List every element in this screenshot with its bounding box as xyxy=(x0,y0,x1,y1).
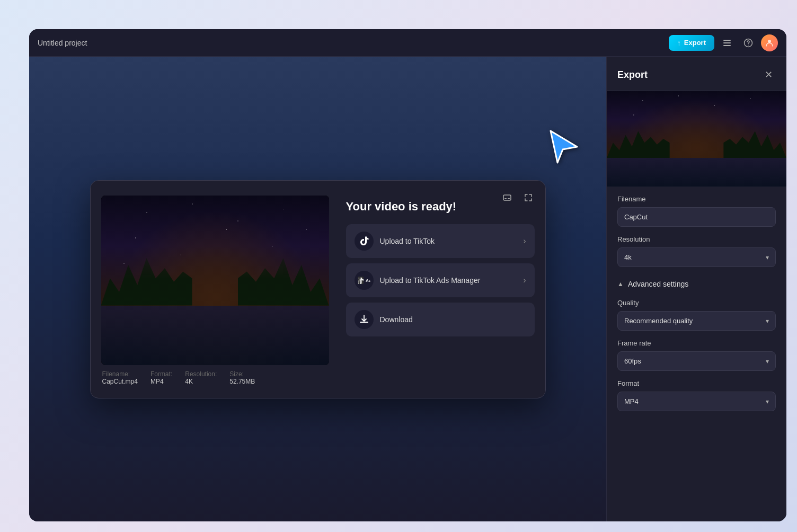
app-window: Untitled project ↑ Export xyxy=(29,29,786,521)
resolution-label: Resolution: xyxy=(185,370,217,378)
filename-input[interactable]: CapCut xyxy=(617,207,776,227)
svg-point-5 xyxy=(768,40,771,43)
framerate-field-group: Frame rate 60fps ▾ xyxy=(617,339,776,371)
format-select-value: MP4 xyxy=(624,397,639,405)
avatar-icon xyxy=(765,38,774,48)
upload-tiktok-label: Upload to TikTok xyxy=(380,237,517,245)
upload-tiktok-ads-label: Upload to TikTok Ads Manager xyxy=(380,276,517,285)
filename-info: Filename: CapCut.mp4 xyxy=(102,370,138,385)
upload-tiktok-arrow-icon: › xyxy=(523,236,526,246)
upload-tiktok-ads-button[interactable]: Ads Upload to TikTok Ads Manager › xyxy=(346,263,535,297)
framerate-select[interactable]: 60fps ▾ xyxy=(617,351,776,371)
framerate-select-arrow-icon: ▾ xyxy=(766,358,769,365)
editor-area: 00:00 | 00:05 4k xyxy=(29,57,606,521)
export-preview-thumbnail xyxy=(607,91,786,187)
format-field-group: Format MP4 ▾ xyxy=(617,379,776,411)
video-info: Filename: CapCut.mp4 Format: MP4 Resolut… xyxy=(101,365,329,387)
top-bar: Untitled project ↑ Export xyxy=(29,29,786,57)
export-upload-icon: ↑ xyxy=(677,39,681,47)
svg-rect-1 xyxy=(723,42,731,43)
tiktok-icon xyxy=(358,235,370,247)
format-info: Format: MP4 xyxy=(150,370,172,385)
download-button[interactable]: Download xyxy=(346,303,535,336)
quality-field-label: Quality xyxy=(617,299,776,307)
export-button[interactable]: ↑ Export xyxy=(669,35,714,51)
quality-select-value: Recommended quality xyxy=(624,317,693,325)
download-label: Download xyxy=(380,315,526,324)
upload-tiktok-button[interactable]: Upload to TikTok › xyxy=(346,224,535,258)
resolution-field-label: Resolution xyxy=(617,235,776,243)
video-player-section: 00:00 | 00:05 4k xyxy=(101,196,329,387)
fullscreen-icon-button[interactable] xyxy=(520,189,537,206)
svg-point-4 xyxy=(748,45,749,46)
fullscreen-icon xyxy=(524,193,533,202)
advanced-settings-toggle[interactable]: ▲ Advanced settings xyxy=(617,276,776,292)
quality-select-arrow-icon: ▾ xyxy=(766,317,769,325)
preview-bg xyxy=(607,91,786,187)
preview-water xyxy=(607,158,786,187)
water-reflection xyxy=(101,306,329,365)
resolution-field-group: Resolution 4k ▾ xyxy=(617,235,776,267)
svg-text:Ads: Ads xyxy=(366,278,370,283)
svg-rect-6 xyxy=(503,195,511,200)
svg-rect-8 xyxy=(508,198,510,199)
upload-tiktok-ads-arrow-icon: › xyxy=(523,276,526,285)
export-panel-title: Export xyxy=(617,69,648,81)
resolution-info: Resolution: 4K xyxy=(185,370,217,385)
format-value: MP4 xyxy=(150,378,172,385)
format-select[interactable]: MP4 ▾ xyxy=(617,392,776,411)
filename-label: Filename: xyxy=(102,370,138,378)
export-label: Export xyxy=(684,39,706,47)
size-info: Size: 52.75MB xyxy=(229,370,255,385)
format-label: Format: xyxy=(150,370,172,378)
size-value: 52.75MB xyxy=(229,378,255,385)
export-panel: Export ✕ Filename CapCut xyxy=(606,57,786,521)
filename-input-value: CapCut xyxy=(624,213,648,221)
tiktok-ads-icon: Ads xyxy=(358,277,370,284)
queue-icon-button[interactable] xyxy=(719,34,736,51)
svg-rect-2 xyxy=(723,45,731,46)
help-icon-button[interactable] xyxy=(740,34,757,51)
tiktok-ads-icon-container: Ads xyxy=(355,271,374,290)
svg-rect-0 xyxy=(723,40,731,41)
size-label: Size: xyxy=(229,370,255,378)
subtitle-icon xyxy=(502,193,512,202)
help-icon xyxy=(743,38,753,48)
resolution-select-arrow-icon: ▾ xyxy=(766,254,769,261)
download-icon xyxy=(359,314,369,325)
video-actions-section: Your video is ready! Upload to TikTok › xyxy=(346,196,535,387)
format-field-label: Format xyxy=(617,379,776,387)
filename-field-label: Filename xyxy=(617,195,776,203)
video-ready-modal: 00:00 | 00:05 4k xyxy=(90,180,546,398)
resolution-select[interactable]: 4k ▾ xyxy=(617,247,776,267)
resolution-value: 4K xyxy=(185,378,217,385)
filename-field-group: Filename CapCut xyxy=(617,195,776,227)
quality-field-group: Quality Recommended quality ▾ xyxy=(617,299,776,331)
export-panel-close-button[interactable]: ✕ xyxy=(761,67,776,82)
modal-body: 00:00 | 00:05 4k xyxy=(101,191,535,387)
framerate-select-value: 60fps xyxy=(624,357,641,365)
main-content: 00:00 | 00:05 4k xyxy=(29,57,786,521)
project-title: Untitled project xyxy=(38,39,87,47)
download-icon-container xyxy=(355,310,374,329)
video-preview-image xyxy=(101,196,329,365)
quality-select[interactable]: Recommended quality ▾ xyxy=(617,311,776,331)
subtitle-icon-button[interactable] xyxy=(499,189,516,206)
modal-overlay: 00:00 | 00:05 4k xyxy=(29,57,606,521)
user-avatar[interactable] xyxy=(761,34,778,51)
resolution-select-value: 4k xyxy=(624,253,632,261)
export-panel-body: Filename CapCut Resolution 4k ▾ ▲ xyxy=(607,187,786,428)
tiktok-icon-container xyxy=(355,232,374,251)
format-select-arrow-icon: ▾ xyxy=(766,398,769,405)
framerate-field-label: Frame rate xyxy=(617,339,776,347)
advanced-settings-label: Advanced settings xyxy=(628,280,688,288)
advanced-settings-collapse-icon: ▲ xyxy=(617,280,624,288)
video-preview: 00:00 | 00:05 4k xyxy=(101,196,329,365)
export-panel-header: Export ✕ xyxy=(607,57,786,91)
filename-value: CapCut.mp4 xyxy=(102,378,138,385)
top-bar-actions: ↑ Export xyxy=(669,34,778,51)
modal-top-icons xyxy=(499,189,537,206)
svg-rect-7 xyxy=(504,198,507,199)
queue-icon xyxy=(722,38,732,48)
